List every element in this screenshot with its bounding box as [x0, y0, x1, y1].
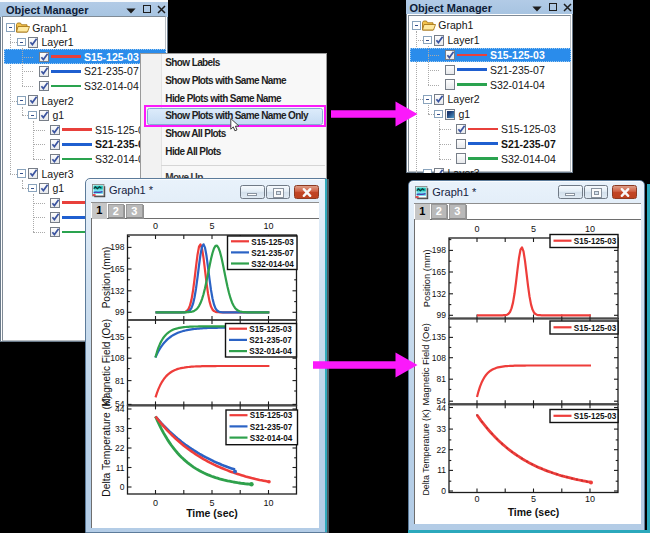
svg-text:5: 5: [209, 221, 214, 231]
svg-text:22: 22: [437, 445, 447, 455]
svg-text:S15-125-03: S15-125-03: [574, 411, 617, 421]
svg-text:Delta Temperature (K): Delta Temperature (K): [422, 409, 432, 495]
svg-text:S32-014-04: S32-014-04: [249, 346, 292, 356]
svg-text:108: 108: [432, 353, 446, 363]
svg-text:10: 10: [585, 224, 595, 234]
svg-text:5: 5: [531, 224, 536, 234]
svg-text:0: 0: [441, 486, 446, 496]
svg-text:Time (sec): Time (sec): [508, 506, 560, 518]
svg-text:S21-235-07: S21-235-07: [251, 248, 294, 258]
svg-text:10: 10: [585, 494, 595, 504]
svg-text:Delta Temperature (K): Delta Temperature (K): [101, 396, 112, 497]
svg-text:44: 44: [115, 404, 125, 414]
svg-text:10: 10: [263, 498, 273, 508]
svg-text:22: 22: [115, 443, 125, 453]
svg-text:5: 5: [209, 498, 214, 508]
svg-text:Time (sec): Time (sec): [186, 507, 238, 519]
svg-text:S15-125-03: S15-125-03: [574, 323, 617, 333]
svg-text:108: 108: [110, 353, 124, 363]
svg-text:198: 198: [110, 242, 124, 252]
svg-text:99: 99: [115, 307, 125, 317]
svg-text:S21-235-07: S21-235-07: [249, 335, 292, 345]
svg-text:33: 33: [115, 424, 125, 434]
svg-text:135: 135: [432, 332, 446, 342]
svg-text:165: 165: [432, 267, 446, 277]
svg-text:Magnetic Field (Oe): Magnetic Field (Oe): [421, 323, 432, 405]
svg-text:Position (mm): Position (mm): [101, 247, 112, 309]
svg-text:198: 198: [432, 245, 446, 255]
svg-text:5: 5: [531, 494, 536, 504]
svg-text:132: 132: [432, 289, 446, 299]
svg-text:33: 33: [437, 424, 447, 434]
svg-text:99: 99: [437, 310, 447, 320]
svg-text:81: 81: [115, 376, 125, 386]
svg-text:0: 0: [153, 498, 158, 508]
svg-text:0: 0: [474, 494, 479, 504]
svg-text:0: 0: [120, 482, 125, 492]
svg-text:11: 11: [116, 463, 125, 473]
svg-text:0: 0: [153, 221, 158, 231]
svg-text:S15-125-03: S15-125-03: [251, 237, 294, 247]
svg-text:135: 135: [110, 332, 124, 342]
svg-text:11: 11: [437, 465, 446, 475]
svg-text:Magnetic Field (Oe): Magnetic Field (Oe): [101, 319, 112, 407]
svg-text:S32-014-04: S32-014-04: [251, 259, 294, 269]
svg-text:0: 0: [474, 224, 479, 234]
svg-text:S15-125-03: S15-125-03: [250, 410, 293, 420]
svg-text:132: 132: [110, 286, 124, 296]
svg-text:10: 10: [263, 221, 273, 231]
svg-text:81: 81: [437, 374, 447, 384]
svg-text:S15-125-03: S15-125-03: [574, 236, 617, 246]
svg-text:S32-014-04: S32-014-04: [250, 433, 293, 443]
svg-text:Position (mm): Position (mm): [421, 249, 432, 307]
svg-text:165: 165: [110, 264, 124, 274]
svg-text:S15-125-03: S15-125-03: [249, 324, 292, 334]
svg-text:44: 44: [437, 403, 447, 413]
svg-text:S21-235-07: S21-235-07: [250, 422, 293, 432]
